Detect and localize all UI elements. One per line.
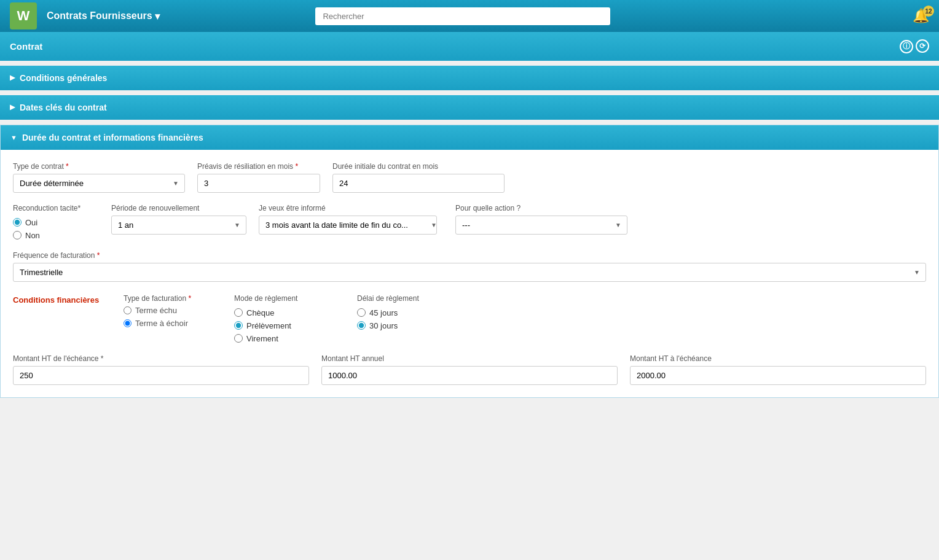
duree-section-label: Durée du contrat et informations financi…: [22, 133, 203, 142]
contrat-header: Contrat ⓘ ⟳: [0, 32, 939, 61]
oui-radio[interactable]: [13, 218, 22, 227]
action-group: Pour quelle action ? ---: [455, 204, 627, 235]
virement-label[interactable]: Virement: [234, 334, 345, 343]
form-row-2: Reconduction tacite* Oui Non Période de: [13, 204, 926, 240]
app-title[interactable]: Contrats Fournisseurs ▾: [47, 10, 160, 22]
form-row-4: Conditions financières Type de facturati…: [13, 294, 926, 343]
virement-radio[interactable]: [234, 334, 243, 343]
montant-ht-input[interactable]: [630, 366, 926, 385]
terme-echu-radio[interactable]: [124, 306, 132, 314]
periode-select[interactable]: 1 an: [111, 216, 246, 235]
notification-bell[interactable]: 🔔 12: [913, 8, 929, 24]
dropdown-arrow-icon: ▾: [155, 10, 160, 22]
jours-30-label[interactable]: 30 jours: [357, 321, 455, 330]
montant-echeance-label: Montant HT de l'échéance *: [13, 354, 309, 363]
non-radio-label[interactable]: Non: [13, 231, 99, 240]
chevron-right-icon: ▶: [10, 74, 15, 82]
action-select-wrapper: ---: [455, 216, 627, 235]
prelevement-radio[interactable]: [234, 321, 243, 330]
info-icon[interactable]: ⓘ: [900, 40, 913, 53]
dates-cles-section[interactable]: ▶ Dates clés du contrat: [0, 95, 939, 120]
montant-annuel-label: Montant HT annuel: [321, 354, 618, 363]
delai-reglement-group: Délai de règlement 45 jours 30 jours: [357, 294, 455, 330]
app-logo[interactable]: W: [10, 2, 37, 29]
periode-group: Période de renouvellement 1 an: [111, 204, 246, 235]
delai-reglement-label: Délai de règlement: [357, 294, 455, 303]
notification-badge: 12: [923, 6, 934, 17]
dates-cles-label: Dates clés du contrat: [20, 103, 107, 112]
reconduction-radio-group: Oui Non: [13, 218, 99, 240]
mode-reglement-radio-group: Chèque Prélèvement Virement: [234, 308, 345, 343]
duree-section-body: Type de contrat * Durée déterminée Préav…: [1, 150, 938, 397]
terme-echoir-label[interactable]: Terme à échoir: [124, 319, 222, 328]
jours-30-radio[interactable]: [357, 321, 366, 330]
prelevement-label[interactable]: Prélèvement: [234, 321, 345, 330]
inform-group: Je veux être informé 3 mois avant la dat…: [259, 204, 443, 235]
periode-select-wrapper: 1 an: [111, 216, 246, 235]
mode-reglement-label: Mode de règlement: [234, 294, 345, 303]
app-title-text: Contrats Fournisseurs: [47, 10, 152, 21]
frequence-group: Fréquence de facturation * Trimestrielle: [13, 251, 926, 282]
montant-echeance-input[interactable]: [13, 366, 309, 385]
search-box: [315, 7, 610, 25]
terme-echu-label[interactable]: Terme échu: [124, 306, 222, 315]
action-select[interactable]: ---: [455, 216, 627, 235]
jours-45-label[interactable]: 45 jours: [357, 308, 455, 317]
inform-label: Je veux être informé: [259, 204, 443, 212]
terme-echoir-radio[interactable]: [124, 319, 132, 327]
form-row-3: Fréquence de facturation * Trimestrielle: [13, 251, 926, 282]
montant-ht-group: Montant HT à l'échéance: [630, 354, 926, 385]
duree-initiale-label: Durée initiale du contrat en mois: [332, 162, 505, 171]
montant-annuel-input[interactable]: [321, 366, 618, 385]
conditions-financieres-container: Conditions financières: [13, 294, 111, 305]
type-contrat-select[interactable]: Durée déterminée: [13, 174, 185, 193]
header-icons: ⓘ ⟳: [900, 39, 929, 53]
conditions-generales-section[interactable]: ▶ Conditions générales: [0, 66, 939, 90]
frequence-select-wrapper: Trimestrielle: [13, 263, 926, 282]
type-contrat-select-wrapper: Durée déterminée: [13, 174, 185, 193]
mode-reglement-group: Mode de règlement Chèque Prélèvement: [234, 294, 345, 343]
type-facturation-group: Type de facturation * Terme échu Terme à…: [124, 294, 222, 328]
action-label: Pour quelle action ?: [455, 204, 627, 212]
montant-echeance-group: Montant HT de l'échéance *: [13, 354, 309, 385]
inform-select-wrapper: 3 mois avant la date limite de fin du co…: [259, 216, 443, 235]
type-contrat-label: Type de contrat *: [13, 162, 185, 171]
reconduction-label: Reconduction tacite*: [13, 204, 99, 212]
facturation-radio-group: Terme échu Terme à échoir: [124, 306, 222, 328]
form-row-1: Type de contrat * Durée déterminée Préav…: [13, 162, 926, 193]
search-input[interactable]: [315, 7, 610, 25]
frequence-select[interactable]: Trimestrielle: [13, 263, 926, 282]
conditions-generales-label: Conditions générales: [20, 73, 107, 83]
periode-label: Période de renouvellement: [111, 204, 246, 212]
frequence-label: Fréquence de facturation *: [13, 251, 926, 260]
duree-section: ▼ Durée du contrat et informations finan…: [0, 125, 939, 398]
cheque-radio[interactable]: [234, 308, 243, 317]
oui-radio-label[interactable]: Oui: [13, 218, 99, 227]
duree-section-header[interactable]: ▼ Durée du contrat et informations finan…: [1, 125, 938, 150]
main-content: Contrat ⓘ ⟳ ▶ Conditions générales ▶ Dat…: [0, 32, 939, 398]
montant-ht-label: Montant HT à l'échéance: [630, 354, 926, 363]
montant-row: Montant HT de l'échéance * Montant HT an…: [13, 354, 926, 385]
duree-initiale-group: Durée initiale du contrat en mois: [332, 162, 505, 193]
montant-annuel-group: Montant HT annuel: [321, 354, 618, 385]
type-facturation-label: Type de facturation *: [124, 294, 222, 303]
jours-45-radio[interactable]: [357, 308, 366, 317]
chevron-right-icon: ▶: [10, 103, 15, 111]
non-radio[interactable]: [13, 231, 22, 239]
delai-radio-group: 45 jours 30 jours: [357, 308, 455, 330]
history-icon[interactable]: ⟳: [916, 39, 929, 53]
duree-initiale-input[interactable]: [332, 174, 505, 193]
inform-select[interactable]: 3 mois avant la date limite de fin du co…: [259, 216, 437, 235]
chevron-down-icon: ▼: [10, 134, 17, 141]
contrat-title: Contrat: [10, 41, 42, 52]
preavis-label: Préavis de résiliation en mois *: [197, 162, 320, 171]
top-navigation: W Contrats Fournisseurs ▾ 🔔 12: [0, 0, 939, 32]
preavis-group: Préavis de résiliation en mois *: [197, 162, 320, 193]
cheque-label[interactable]: Chèque: [234, 308, 345, 317]
conditions-financieres-label: Conditions financières: [13, 293, 99, 305]
reconduction-group: Reconduction tacite* Oui Non: [13, 204, 99, 240]
preavis-input[interactable]: [197, 174, 320, 193]
type-contrat-group: Type de contrat * Durée déterminée: [13, 162, 185, 193]
